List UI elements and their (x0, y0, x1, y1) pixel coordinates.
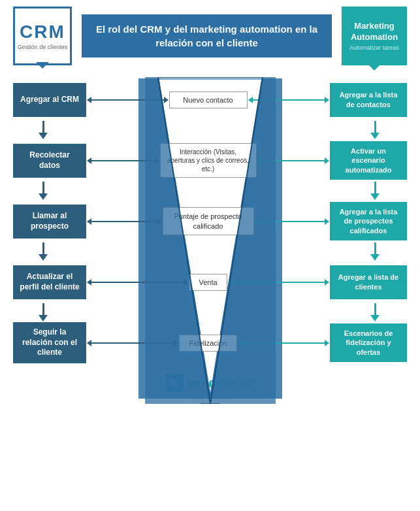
center-label-2: Interacción (Visitas, aperturas y clics … (160, 143, 257, 178)
crm-box-3: Llamar al prospecto (13, 205, 86, 239)
down-arrows-1 (7, 121, 413, 139)
header: CRM Gestión de clientes El rol del CRM y… (0, 0, 420, 72)
left-down-arrow-2 (39, 182, 48, 200)
brand-logo: sendinblue (165, 374, 255, 392)
brand-icon (165, 374, 184, 392)
row-3: Llamar al prospecto Puntaje de prospecto… (7, 200, 413, 242)
down-arrows-2 (7, 182, 413, 200)
row-2: Recolectar datos Interacción (Visitas, a… (7, 139, 413, 182)
ma-box-3: Agregar a la lista de prospectos calific… (330, 202, 407, 240)
ma-box-4: Agregar a lista de clientes (330, 265, 407, 299)
crm-box-5: Seguir la relación con el cliente (13, 322, 86, 363)
right-down-arrow-1 (370, 121, 380, 139)
center-label-4: Venta (189, 274, 227, 291)
crm-box-1: Agregar al CRM (13, 83, 86, 117)
down-arrows-4 (7, 303, 413, 321)
brand-name: sendinblue (186, 376, 255, 391)
crm-title: CRM (20, 22, 65, 42)
right-down-arrow-4 (370, 303, 380, 321)
left-down-arrow-4 (39, 303, 48, 321)
main-title: El rol del CRM y del marketing automatio… (82, 14, 332, 58)
ma-box-1: Agregar a la lista de contactos (330, 83, 407, 117)
crm-subtitle: Gestión de clientes (18, 44, 68, 50)
left-down-arrow-1 (39, 121, 48, 139)
right-down-arrow-3 (370, 242, 380, 261)
crm-box-4: Actualizar el perfil del cliente (13, 265, 86, 299)
ma-box-2: Activar un escenario automatizado (330, 141, 407, 180)
ma-badge: Marketing Automation Automatizar tareas (342, 7, 407, 65)
center-label-3: Puntaje de prospecto calificado (163, 207, 254, 235)
crm-box-2: Recolectar datos (13, 144, 86, 178)
ma-subtitle: Automatizar tareas (349, 44, 399, 51)
diagram: Agregar al CRM Nuevo contacto Agregar a … (0, 72, 420, 364)
row-1: Agregar al CRM Nuevo contacto Agregar a … (7, 78, 413, 121)
footer: sendinblue (0, 364, 420, 399)
center-label-5: Fidelización (179, 335, 236, 352)
row-4: Actualizar el perfil del cliente Venta A… (7, 261, 413, 303)
ma-title: Marketing Automation (342, 21, 407, 43)
left-down-arrow-3 (39, 242, 48, 261)
center-label-1: Nuevo contacto (169, 91, 248, 108)
right-down-arrow-2 (370, 182, 380, 200)
ma-box-5: Escenarios de fidelización y ofertas (330, 323, 407, 362)
crm-badge: CRM Gestión de clientes (13, 7, 72, 65)
header-title: El rol del CRM y del marketing automatio… (72, 14, 342, 58)
down-arrows-3 (7, 242, 413, 261)
row-5: Seguir la relación con el cliente Fideli… (7, 321, 413, 364)
